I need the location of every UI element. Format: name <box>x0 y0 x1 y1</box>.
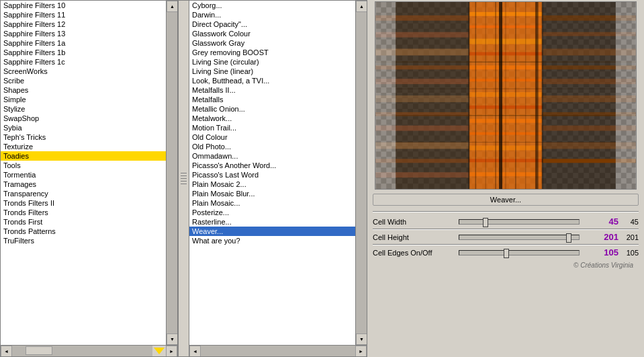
category-item[interactable]: Tronds First <box>1 217 166 227</box>
categories-scroll-down[interactable]: ▼ <box>167 333 177 345</box>
filter-item[interactable]: Direct Opacity"... <box>189 19 355 29</box>
categories-hscroll-track[interactable] <box>12 346 152 356</box>
drag-line-4 <box>181 181 187 182</box>
drag-line-1 <box>181 173 187 173</box>
filter-item[interactable]: Weaver... <box>189 227 355 236</box>
control-label-2: Cell Edges On/Off <box>373 249 453 257</box>
filter-item[interactable]: Metalfalls <box>189 95 355 104</box>
left-middle-drag-handle[interactable] <box>178 0 189 357</box>
control-value-plain-1: 201 <box>618 233 639 241</box>
preview-area <box>367 0 644 191</box>
category-item[interactable]: Toadies <box>1 151 166 161</box>
filters-list: Cyborg...Darwin...Direct Opacity"...Glas… <box>189 1 355 245</box>
filter-item[interactable]: Picasso's Another Word... <box>189 161 355 170</box>
categories-list: Sapphire Filters 10Sapphire Filters 11Sa… <box>1 1 166 245</box>
category-item[interactable]: Simple <box>1 95 166 104</box>
slider-thumb-2[interactable] <box>504 249 509 258</box>
svg-rect-59 <box>375 2 396 189</box>
control-row-1: Cell Height201201 <box>373 231 639 243</box>
categories-scroll-track[interactable] <box>167 12 177 333</box>
drag-line-5 <box>181 184 187 184</box>
control-row-2: Cell Edges On/Off105105 <box>373 246 639 259</box>
control-slider-2[interactable] <box>459 250 580 255</box>
categories-scroll-left[interactable]: ◄ <box>1 346 12 357</box>
filter-item[interactable]: Metalfalls II... <box>189 85 355 95</box>
filter-item[interactable]: Living Sine (circular) <box>189 57 355 67</box>
category-item[interactable]: Sapphire Filters 13 <box>1 29 166 38</box>
slider-thumb-1[interactable] <box>566 233 571 243</box>
filter-item[interactable]: Glasswork Colour <box>189 29 355 38</box>
drag-line-2 <box>181 175 187 176</box>
category-item[interactable]: TruFilters <box>1 236 166 245</box>
category-item[interactable]: Shapes <box>1 85 166 95</box>
filters-scroll-left[interactable]: ◄ <box>189 346 201 357</box>
category-item[interactable]: Tronds Filters <box>1 208 166 217</box>
filters-hscrollbar[interactable]: ◄ ► <box>189 345 367 356</box>
category-item[interactable]: Transparency <box>1 189 166 198</box>
filters-hscroll-track[interactable] <box>201 346 355 356</box>
categories-panel: Sapphire Filters 10Sapphire Filters 11Sa… <box>0 0 178 357</box>
filters-scroll-right[interactable]: ► <box>355 346 367 357</box>
filter-item[interactable]: Plain Mosaic... <box>189 198 355 208</box>
category-item[interactable]: Teph's Tricks <box>1 132 166 142</box>
control-slider-1[interactable] <box>459 235 580 240</box>
filters-scroll-track[interactable] <box>356 12 367 333</box>
control-label-1: Cell Height <box>373 233 453 241</box>
filter-item[interactable]: Picasso's Last Word <box>189 170 355 180</box>
filter-item[interactable]: Darwin... <box>189 10 355 19</box>
category-item[interactable]: Sapphire Filters 1b <box>1 48 166 57</box>
control-slider-0[interactable] <box>459 219 580 225</box>
category-item[interactable]: Sybia <box>1 123 166 132</box>
category-item[interactable]: Stylize <box>1 104 166 114</box>
category-item[interactable]: SwapShop <box>1 114 166 123</box>
categories-hscrollbar[interactable]: ◄ ► <box>1 345 177 356</box>
control-value-purple-2: 105 <box>585 247 618 257</box>
filter-item[interactable]: Cyborg... <box>189 1 355 10</box>
categories-vscrollbar[interactable]: ▲ ▼ <box>166 1 177 345</box>
filter-item[interactable]: Plain Mosaic 2... <box>189 180 355 189</box>
filter-item[interactable]: Old Colour <box>189 132 355 142</box>
filters-vscrollbar[interactable]: ▲ ▼ <box>355 1 367 345</box>
filter-item[interactable]: Glasswork Gray <box>189 38 355 48</box>
filter-item[interactable]: Grey removing BOOST <box>189 48 355 57</box>
filter-item[interactable]: Plain Mosaic Blur... <box>189 189 355 198</box>
filter-item[interactable]: Metallic Onion... <box>189 104 355 114</box>
filter-item[interactable]: Look, Butthead, a TVI... <box>189 76 355 85</box>
categories-scroll-right[interactable]: ► <box>166 346 177 357</box>
category-item[interactable]: Sapphire Filters 11 <box>1 10 166 19</box>
filter-item[interactable]: Living Sine (linear) <box>189 67 355 76</box>
category-item[interactable]: Scribe <box>1 76 166 85</box>
filters-panel: Cyborg...Darwin...Direct Opacity"...Glas… <box>189 0 367 357</box>
category-item[interactable]: Texturize <box>1 142 166 151</box>
filter-name-bar: Weaver... <box>373 194 639 206</box>
drag-lines <box>181 173 187 184</box>
filter-item[interactable]: Rasterline... <box>189 217 355 227</box>
svg-rect-61 <box>499 2 502 189</box>
category-item[interactable]: Sapphire Filters 1a <box>1 38 166 48</box>
filter-item[interactable]: What are you? <box>189 236 355 245</box>
drag-line-3 <box>181 178 187 179</box>
category-item[interactable]: Sapphire Filters 1c <box>1 57 166 67</box>
category-item[interactable]: Sapphire Filters 12 <box>1 19 166 29</box>
category-item[interactable]: Tools <box>1 161 166 170</box>
category-item[interactable]: ScreenWorks <box>1 67 166 76</box>
filter-item[interactable]: Old Photo... <box>189 142 355 151</box>
scroll-arrow-yellow <box>154 348 165 354</box>
filter-item[interactable]: Ommadawn... <box>189 151 355 161</box>
filters-scroll-down[interactable]: ▼ <box>356 333 367 345</box>
category-item[interactable]: Sapphire Filters 10 <box>1 1 166 10</box>
categories-scroll-up[interactable]: ▲ <box>167 1 177 12</box>
categories-hscroll-thumb[interactable] <box>26 346 52 355</box>
category-item[interactable]: Tramages <box>1 180 166 189</box>
category-item[interactable]: Tronds Filters II <box>1 198 166 208</box>
filter-item[interactable]: Motion Trail... <box>189 123 355 132</box>
filter-item[interactable]: Posterize... <box>189 208 355 217</box>
control-value-plain-0: 45 <box>618 218 639 226</box>
filter-item[interactable]: Metalwork... <box>189 114 355 123</box>
filters-scroll-up[interactable]: ▲ <box>356 1 367 12</box>
categories-list-container: Sapphire Filters 10Sapphire Filters 11Sa… <box>1 1 166 345</box>
slider-thumb-0[interactable] <box>483 218 488 227</box>
category-item[interactable]: Tronds Patterns <box>1 227 166 236</box>
control-value-purple-1: 201 <box>585 232 618 242</box>
category-item[interactable]: Tormentia <box>1 170 166 180</box>
